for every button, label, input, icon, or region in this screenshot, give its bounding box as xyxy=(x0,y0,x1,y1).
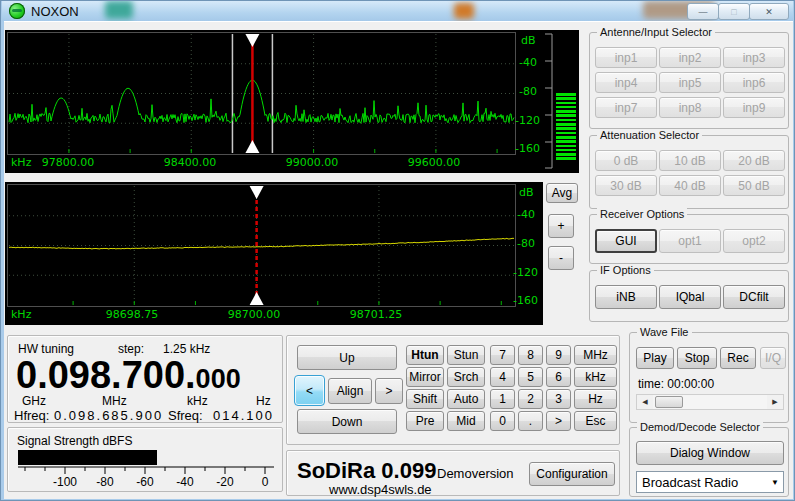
key-5[interactable]: 5 xyxy=(518,367,543,387)
time-label: time: 00:00:00 xyxy=(638,377,714,391)
key-8[interactable]: 8 xyxy=(518,345,543,365)
rec-button[interactable]: Rec xyxy=(720,347,756,369)
inp4-button[interactable]: inp4 xyxy=(595,72,657,93)
unit-hz: Hz xyxy=(256,394,271,408)
key-mhz[interactable]: MHz xyxy=(574,345,617,365)
inp1-button[interactable]: inp1 xyxy=(595,47,657,68)
inp6-button[interactable]: inp6 xyxy=(723,72,785,93)
desktop-artifact xyxy=(454,3,474,19)
zoom-out-button[interactable]: - xyxy=(548,246,574,270)
key-label: Hz xyxy=(588,392,603,406)
inp5-button[interactable]: inp5 xyxy=(659,72,721,93)
play-button[interactable]: Play xyxy=(636,347,674,369)
mirror-button[interactable]: Mirror xyxy=(406,367,444,387)
atten-30db-button[interactable]: 30 dB xyxy=(595,175,657,196)
key-7[interactable]: 7 xyxy=(490,345,515,365)
play-label: Play xyxy=(643,351,666,365)
signal-strength-bar xyxy=(18,450,157,465)
wave-position-scrollbar[interactable]: ◀ ▶ xyxy=(636,394,784,410)
srch-button[interactable]: Srch xyxy=(447,367,485,387)
auto-button[interactable]: Auto xyxy=(447,389,485,409)
spectrum-display-rf: kHz 97800.00 98400.00 99000.00 99600.00 … xyxy=(5,30,579,173)
frequency-display[interactable]: 0.098.700.000 xyxy=(16,356,241,394)
inp2-button[interactable]: inp2 xyxy=(659,47,721,68)
sfreq-value: 014.100 xyxy=(213,408,274,423)
key-enter[interactable]: > xyxy=(546,411,571,431)
zoom-in-button[interactable]: + xyxy=(548,214,574,238)
opt2-button[interactable]: opt2 xyxy=(723,229,785,253)
opt1-button[interactable]: opt1 xyxy=(659,229,721,253)
atten-50db-button[interactable]: 50 dB xyxy=(723,175,785,196)
chevron-down-icon[interactable]: ▼ xyxy=(767,478,783,487)
key-2[interactable]: 2 xyxy=(518,389,543,409)
rf-spectrum-plot[interactable] xyxy=(7,32,516,155)
inp3-button[interactable]: inp3 xyxy=(723,47,785,68)
website-link[interactable]: www.dsp4swls.de xyxy=(329,482,432,497)
dialog-window-button[interactable]: Dialog Window xyxy=(636,441,784,465)
htun-label: Htun xyxy=(411,348,438,362)
atten-0db-button[interactable]: 0 dB xyxy=(595,150,657,171)
inb-button[interactable]: iNB xyxy=(595,285,657,309)
iq-button[interactable]: I/Q xyxy=(760,347,786,369)
demod-select[interactable]: Broadcast Radio ▼ xyxy=(636,471,784,493)
digit-right-button[interactable]: > xyxy=(375,378,403,404)
tune-up-button[interactable]: Up xyxy=(297,345,397,370)
key-label: Esc xyxy=(585,414,605,428)
dcfilt-button[interactable]: DCfilt xyxy=(723,285,785,309)
inp7-button[interactable]: inp7 xyxy=(595,97,657,118)
scrollbar-thumb[interactable] xyxy=(655,396,683,408)
key-dot[interactable]: . xyxy=(518,411,543,431)
x-tick: 98701.25 xyxy=(344,308,408,321)
scale-tick-label: -40 xyxy=(167,475,203,489)
atten-label: 0 dB xyxy=(614,154,639,168)
hfreq-label: Hfreq: xyxy=(14,408,49,423)
group-title: Wave File xyxy=(637,326,692,338)
group-title: IF Options xyxy=(597,264,654,276)
key-hz[interactable]: Hz xyxy=(574,389,617,409)
demod-selected-value: Broadcast Radio xyxy=(637,475,767,490)
key-label: 9 xyxy=(555,348,562,362)
close-button[interactable]: ✕ xyxy=(749,3,789,20)
pre-button[interactable]: Pre xyxy=(406,411,444,431)
key-khz[interactable]: kHz xyxy=(574,367,617,387)
if-spectrum-plot[interactable] xyxy=(7,184,516,307)
stop-button[interactable]: Stop xyxy=(677,347,717,369)
title-bar[interactable]: NOXON — □ ✕ xyxy=(2,1,793,21)
stop-label: Stop xyxy=(685,351,710,365)
scale-tick-label: -20 xyxy=(207,475,243,489)
unit-mhz: MHz xyxy=(102,394,127,408)
zoom-in-label: + xyxy=(557,219,564,233)
key-0[interactable]: 0 xyxy=(490,411,515,431)
inp9-button[interactable]: inp9 xyxy=(723,97,785,118)
tune-down-button[interactable]: Down xyxy=(297,409,397,434)
atten-40db-button[interactable]: 40 dB xyxy=(659,175,721,196)
gui-button[interactable]: GUI xyxy=(595,229,657,253)
shift-button[interactable]: Shift xyxy=(406,389,444,409)
key-label: 7 xyxy=(499,348,506,362)
minimize-button[interactable]: — xyxy=(687,3,719,20)
key-3[interactable]: 3 xyxy=(546,389,571,409)
configuration-button[interactable]: Configuration xyxy=(529,462,615,486)
digit-left-button[interactable]: < xyxy=(294,375,325,406)
key-1[interactable]: 1 xyxy=(490,389,515,409)
key-9[interactable]: 9 xyxy=(546,345,571,365)
atten-10db-button[interactable]: 10 dB xyxy=(659,150,721,171)
key-6[interactable]: 6 xyxy=(546,367,571,387)
htun-button[interactable]: Htun xyxy=(406,345,444,365)
scroll-left-icon[interactable]: ◀ xyxy=(637,395,653,409)
average-button[interactable]: Avg xyxy=(546,183,578,203)
mid-button[interactable]: Mid xyxy=(447,411,485,431)
iqbal-button[interactable]: IQbal xyxy=(659,285,721,309)
key-esc[interactable]: Esc xyxy=(574,411,617,431)
atten-20db-button[interactable]: 20 dB xyxy=(723,150,785,171)
auto-label: Auto xyxy=(454,392,479,406)
close-icon: ✕ xyxy=(765,7,773,17)
maximize-button[interactable]: □ xyxy=(718,3,750,20)
key-4[interactable]: 4 xyxy=(490,367,515,387)
stun-button[interactable]: Stun xyxy=(447,345,485,365)
y-tick: -160 xyxy=(515,142,540,155)
align-button[interactable]: Align xyxy=(328,378,372,404)
inp8-button[interactable]: inp8 xyxy=(659,97,721,118)
scroll-right-icon[interactable]: ▶ xyxy=(767,395,783,409)
receiver-options-group: Receiver Options GUI opt1 opt2 xyxy=(589,214,789,264)
